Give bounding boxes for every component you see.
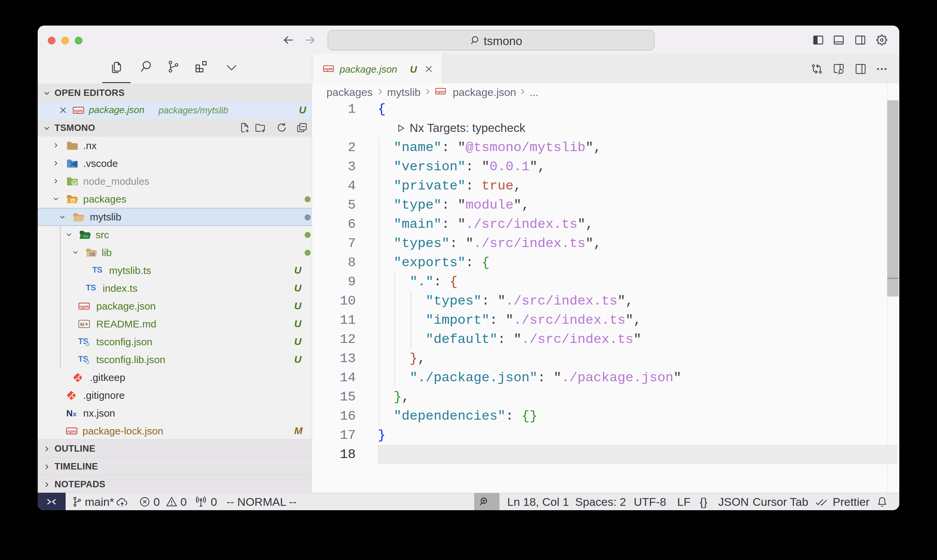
svg-text:M: M bbox=[80, 322, 84, 327]
svg-text:x: x bbox=[73, 410, 77, 418]
svg-text:npm: npm bbox=[67, 429, 76, 434]
svg-text:npm: npm bbox=[437, 89, 445, 94]
svg-text:npm: npm bbox=[324, 67, 332, 71]
svg-text:npm: npm bbox=[74, 108, 83, 113]
svg-text:N: N bbox=[66, 408, 73, 418]
svg-text:</>: </> bbox=[83, 234, 88, 238]
svg-text:npm: npm bbox=[80, 304, 89, 309]
svg-text:JS: JS bbox=[72, 182, 76, 185]
